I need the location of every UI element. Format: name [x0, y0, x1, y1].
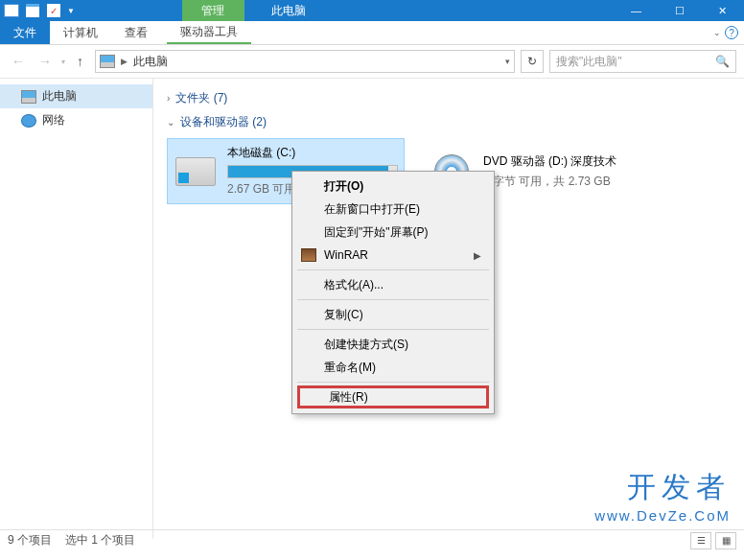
window-title: 此电脑	[271, 3, 306, 19]
search-icon[interactable]: 🔍	[715, 55, 730, 68]
tab-view[interactable]: 查看	[111, 21, 161, 44]
ctx-format[interactable]: 格式化(A)...	[295, 273, 491, 296]
titlebar: ✓ ▼ 管理 此电脑 — ☐ ✕	[0, 0, 744, 21]
refresh-button[interactable]: ↻	[521, 50, 544, 73]
context-menu: 打开(O) 在新窗口中打开(E) 固定到"开始"屏幕(P) WinRAR ▶ 格…	[291, 171, 495, 414]
watermark-url: www.DevZe.CoM	[594, 507, 731, 524]
sidebar-item-network[interactable]: 网络	[0, 108, 152, 132]
quick-access-toolbar: ✓ ▼	[0, 2, 77, 19]
watermark-title: 开发者	[594, 468, 731, 507]
contextual-tab-label: 管理	[182, 0, 244, 21]
sidebar-item-this-pc[interactable]: 此电脑	[0, 84, 152, 108]
search-placeholder: 搜索"此电脑"	[556, 54, 622, 70]
view-details-button[interactable]: ☰	[690, 532, 711, 549]
qat-checkbox-icon[interactable]: ✓	[44, 2, 63, 19]
ctx-open[interactable]: 打开(O)	[295, 175, 491, 198]
group-devices[interactable]: ⌄ 设备和驱动器 (2)	[167, 110, 731, 134]
tab-file[interactable]: 文件	[0, 21, 50, 44]
pc-icon	[21, 90, 36, 104]
forward-button[interactable]: →	[35, 54, 56, 69]
ctx-open-new-window[interactable]: 在新窗口中打开(E)	[295, 198, 491, 221]
separator	[297, 329, 489, 330]
ctx-label: WinRAR	[324, 248, 368, 262]
breadcrumb[interactable]: 此电脑	[133, 54, 168, 70]
ribbon-collapse-icon[interactable]: ⌄	[713, 28, 721, 37]
help-icon[interactable]: ?	[725, 26, 738, 39]
navigation-pane: 此电脑 网络	[0, 79, 153, 539]
qat-dropdown-icon[interactable]: ▼	[67, 7, 75, 15]
group-folders[interactable]: › 文件夹 (7)	[167, 86, 731, 110]
ctx-copy[interactable]: 复制(C)	[295, 303, 491, 326]
group-label: 设备和驱动器 (2)	[180, 114, 267, 130]
separator	[297, 299, 489, 300]
history-dropdown-icon[interactable]: ▾	[61, 58, 65, 66]
view-thumbnails-button[interactable]: ▦	[715, 532, 736, 549]
separator	[297, 382, 489, 383]
ctx-rename[interactable]: 重命名(M)	[295, 356, 491, 379]
qat-properties-icon[interactable]	[23, 2, 42, 19]
minimize-button[interactable]: —	[615, 0, 658, 21]
sidebar-item-label: 网络	[42, 112, 65, 128]
address-bar-row: ← → ▾ ↑ ▶ 此电脑 ▾ ↻ 搜索"此电脑" 🔍	[0, 45, 744, 79]
ctx-pin-to-start[interactable]: 固定到"开始"屏幕(P)	[295, 221, 491, 244]
window-controls: — ☐ ✕	[615, 0, 744, 21]
maximize-button[interactable]: ☐	[658, 0, 701, 21]
winrar-icon	[301, 248, 316, 262]
pc-icon	[100, 55, 115, 68]
tab-drive-tools[interactable]: 驱动器工具	[167, 21, 251, 44]
ribbon-tabs: 文件 计算机 查看 驱动器工具 ⌄ ?	[0, 21, 744, 45]
group-label: 文件夹 (7)	[175, 90, 227, 106]
status-bar: 9 个项目 选中 1 个项目 ☰ ▦	[0, 529, 744, 550]
address-dropdown-icon[interactable]: ▾	[505, 57, 510, 66]
hdd-icon	[174, 152, 218, 191]
submenu-arrow-icon: ▶	[474, 250, 481, 261]
ctx-properties[interactable]: 属性(R)	[297, 385, 489, 408]
status-selected-count: 选中 1 个项目	[65, 532, 135, 548]
chevron-down-icon: ⌄	[167, 117, 174, 128]
address-bar[interactable]: ▶ 此电脑 ▾	[95, 50, 515, 73]
close-button[interactable]: ✕	[701, 0, 744, 21]
ctx-winrar[interactable]: WinRAR ▶	[295, 244, 491, 267]
network-icon	[21, 114, 36, 128]
search-input[interactable]: 搜索"此电脑" 🔍	[549, 50, 736, 73]
app-icon[interactable]	[2, 2, 21, 19]
tab-computer[interactable]: 计算机	[50, 21, 111, 44]
ctx-create-shortcut[interactable]: 创建快捷方式(S)	[295, 333, 491, 356]
sidebar-item-label: 此电脑	[42, 88, 77, 105]
status-item-count: 9 个项目	[8, 532, 52, 548]
separator	[297, 269, 489, 270]
drive-name: DVD 驱动器 (D:) 深度技术	[483, 153, 656, 170]
chevron-right-icon: ›	[167, 93, 170, 104]
drive-status: 0 字节 可用，共 2.73 GB	[483, 174, 656, 190]
up-button[interactable]: ↑	[71, 54, 89, 69]
breadcrumb-sep-icon[interactable]: ▶	[121, 57, 128, 66]
back-button[interactable]: ←	[8, 54, 29, 69]
drive-name: 本地磁盘 (C:)	[227, 145, 398, 161]
watermark: 开发者 www.DevZe.CoM	[594, 468, 731, 524]
